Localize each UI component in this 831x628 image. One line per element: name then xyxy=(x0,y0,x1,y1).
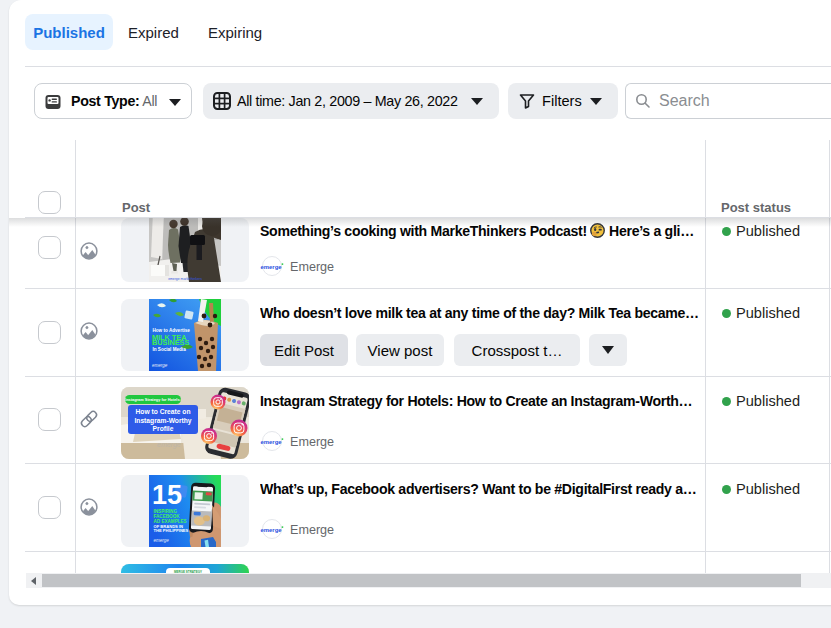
svg-text:emerge: emerge xyxy=(157,441,181,449)
svg-text:15: 15 xyxy=(152,480,182,510)
svg-text:emerge markethinkers: emerge markethinkers xyxy=(168,277,202,281)
svg-text:Profile: Profile xyxy=(153,425,174,432)
svg-text:How to Create on: How to Create on xyxy=(136,408,191,415)
svg-text:Instagram-Worthy: Instagram-Worthy xyxy=(134,417,191,425)
svg-text:emerge: emerge xyxy=(152,363,168,368)
svg-text:In Social Media: In Social Media xyxy=(153,347,187,352)
svg-text:emerge: emerge xyxy=(154,538,170,543)
svg-text:THE PHILIPPINES: THE PHILIPPINES xyxy=(154,528,189,533)
svg-text:Instagram Strategy for Hotels:: Instagram Strategy for Hotels: xyxy=(125,397,181,402)
